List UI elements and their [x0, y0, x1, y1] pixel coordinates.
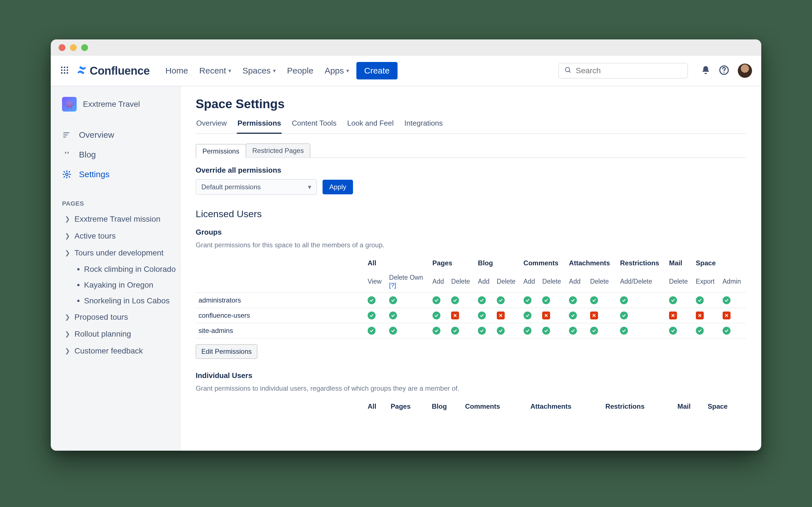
- svg-point-9: [565, 67, 569, 71]
- override-controls: Default permissions ▾ Apply: [196, 179, 746, 195]
- chevron-down-icon: ▾: [308, 183, 311, 191]
- table-row: site-admins: [196, 323, 746, 338]
- overview-icon: [62, 131, 71, 139]
- check-icon: [723, 296, 730, 304]
- window-zoom-button[interactable]: [81, 44, 88, 51]
- page-tree-item[interactable]: ❯Rollout planning: [59, 326, 180, 342]
- chevron-right-icon: ❯: [65, 216, 70, 223]
- sidebar-item-label: Blog: [79, 150, 96, 159]
- settings-tabs: Overview Permissions Content Tools Look …: [196, 116, 746, 134]
- check-icon: [523, 312, 531, 320]
- check-icon: [389, 296, 397, 304]
- check-icon: [569, 312, 577, 320]
- col-all: All: [365, 256, 430, 270]
- individual-permissions-table: All Pages Blog Comments Attachments Rest…: [196, 399, 746, 414]
- page-tree: ❯Exxtreme Travel mission ❯Active tours ❯…: [51, 211, 180, 359]
- page-tree-item[interactable]: ❯Customer feedback: [59, 342, 180, 359]
- confluence-icon: [77, 65, 87, 76]
- svg-point-7: [64, 72, 65, 74]
- svg-point-2: [66, 66, 68, 68]
- table-row: administrators: [196, 293, 746, 308]
- page-tree-item[interactable]: ❯Tours under development: [59, 244, 180, 262]
- chevron-down-icon: ▾: [346, 67, 349, 74]
- svg-point-0: [61, 66, 63, 68]
- notifications-icon[interactable]: [701, 65, 711, 76]
- window-minimize-button[interactable]: [70, 44, 77, 51]
- page-tree-child[interactable]: Kayaking in Oregon: [74, 277, 180, 293]
- tab-content-tools[interactable]: Content Tools: [291, 116, 337, 133]
- edit-permissions-button[interactable]: Edit Permissions: [196, 344, 257, 359]
- page-tree-item[interactable]: ❯Proposed tours: [59, 309, 180, 326]
- tab-permissions[interactable]: Permissions: [237, 116, 282, 134]
- select-value: Default permissions: [201, 183, 261, 191]
- app-switcher-icon[interactable]: [60, 65, 69, 76]
- window-titlebar: [51, 40, 761, 56]
- product-logo[interactable]: Confluence: [77, 64, 150, 77]
- space-sidebar: 👾 Exxtreme Travel Overview Blog: [51, 86, 181, 451]
- svg-point-3: [61, 69, 63, 71]
- space-header[interactable]: 👾 Exxtreme Travel: [51, 97, 180, 119]
- cross-icon: [696, 312, 704, 320]
- bullet-icon: [77, 300, 80, 302]
- group-name: site-admins: [196, 323, 365, 338]
- sidebar-item-overview[interactable]: Overview: [51, 125, 180, 145]
- nav-people[interactable]: People: [287, 66, 313, 75]
- cross-icon: [451, 312, 459, 320]
- check-icon: [620, 312, 628, 320]
- override-select[interactable]: Default permissions ▾: [196, 179, 317, 195]
- check-icon: [389, 327, 397, 335]
- col-mail: Mail: [666, 256, 693, 270]
- col-restrictions: Restrictions: [617, 256, 666, 270]
- check-icon: [523, 296, 531, 304]
- check-icon: [433, 327, 441, 335]
- subtab-restricted-pages[interactable]: Restricted Pages: [246, 144, 311, 158]
- user-avatar[interactable]: [738, 63, 752, 78]
- check-icon: [590, 296, 598, 304]
- permissions-table: All Pages Blog Comments Attachments Rest…: [196, 256, 746, 339]
- check-icon: [451, 296, 459, 304]
- col-space: Space: [693, 256, 746, 270]
- col-blog: Blog: [475, 256, 520, 270]
- svg-point-12: [723, 72, 725, 73]
- nav-home[interactable]: Home: [165, 66, 188, 75]
- svg-point-6: [61, 72, 63, 74]
- global-search[interactable]: [558, 63, 688, 78]
- page-tree-child[interactable]: Snorkeling in Los Cabos: [74, 293, 180, 309]
- check-icon: [368, 312, 375, 320]
- sidebar-item-blog[interactable]: Blog: [51, 145, 180, 165]
- check-icon: [696, 296, 704, 304]
- subtab-permissions[interactable]: Permissions: [196, 144, 246, 158]
- nav-apps[interactable]: Apps▾: [324, 66, 349, 75]
- cross-icon: [669, 312, 677, 320]
- individual-users-title: Individual Users: [196, 371, 746, 380]
- page-tree-item[interactable]: ❯Active tours: [59, 228, 180, 244]
- sidebar-item-settings[interactable]: Settings: [51, 165, 180, 184]
- page-tree-item[interactable]: ❯Exxtreme Travel mission: [59, 211, 180, 228]
- tab-integrations[interactable]: Integrations: [404, 116, 443, 133]
- nav-spaces[interactable]: Spaces▾: [243, 66, 276, 75]
- window-close-button[interactable]: [59, 44, 65, 51]
- blog-icon: [62, 151, 71, 159]
- check-icon: [389, 312, 397, 320]
- tab-look-and-feel[interactable]: Look and Feel: [347, 116, 395, 133]
- check-icon: [569, 296, 577, 304]
- tab-overview[interactable]: Overview: [196, 116, 227, 133]
- nav-recent[interactable]: Recent▾: [199, 66, 231, 75]
- create-button[interactable]: Create: [356, 62, 398, 79]
- nav-right-icons: [701, 63, 752, 78]
- group-name: confluence-users: [196, 308, 365, 323]
- page-tree-child[interactable]: Rock climbing in Colorado: [74, 262, 180, 277]
- col-pages: Pages: [430, 256, 475, 270]
- help-icon[interactable]: [719, 65, 729, 76]
- delete-own-help-link[interactable]: [?]: [389, 282, 396, 289]
- permissions-subtabs: Permissions Restricted Pages: [196, 144, 746, 158]
- check-icon: [696, 327, 704, 335]
- page-title: Space Settings: [196, 97, 746, 111]
- svg-point-16: [66, 173, 68, 176]
- app-window: Confluence Home Recent▾ Spaces▾ People A…: [51, 40, 761, 451]
- sidebar-item-label: Overview: [79, 130, 114, 140]
- apply-button[interactable]: Apply: [322, 180, 353, 194]
- check-icon: [451, 327, 459, 335]
- search-input[interactable]: [576, 66, 682, 75]
- bullet-icon: [77, 268, 80, 270]
